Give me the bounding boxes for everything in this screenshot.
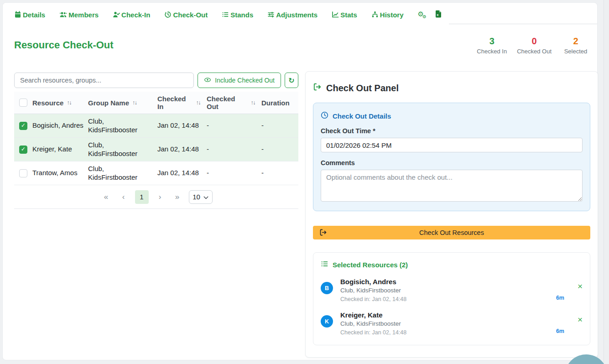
sliders-icon bbox=[267, 11, 275, 18]
gears-icon: ⚙⚙ bbox=[418, 10, 428, 17]
cell-checked-in: Jan 02, 14:48 bbox=[157, 121, 207, 130]
row-checkbox[interactable] bbox=[19, 169, 27, 177]
sort-icon[interactable]: ↑↓ bbox=[196, 99, 201, 106]
tab-history[interactable]: History bbox=[371, 11, 404, 19]
table-row[interactable]: ✓ Kreiger, Kate Club, KidsFirstbooster J… bbox=[14, 138, 298, 161]
check-out-resources-button[interactable]: Check Out Resources bbox=[313, 226, 590, 239]
include-checked-out-button[interactable]: Include Checked Out bbox=[198, 73, 281, 88]
stat-selected: 2 Selected bbox=[562, 36, 590, 55]
table-row[interactable]: Trantow, Amos Club, KidsFirstbooster Jan… bbox=[14, 161, 298, 185]
cell-checked-in: Jan 02, 14:48 bbox=[157, 145, 207, 154]
list-icon bbox=[321, 260, 328, 269]
tab-details[interactable]: Details bbox=[14, 11, 45, 19]
chevron-down-icon bbox=[203, 193, 208, 201]
stat-selected-value: 2 bbox=[562, 36, 590, 47]
eye-icon bbox=[204, 76, 211, 85]
resource-duration-badge: 6m bbox=[556, 328, 564, 334]
sign-out-icon bbox=[313, 83, 322, 94]
page-title: Resource Check-Out bbox=[14, 39, 114, 51]
tab-label: Stats bbox=[340, 11, 357, 19]
stat-checked-in: 3 Checked In bbox=[477, 36, 507, 55]
tab-check-out[interactable]: Check-Out bbox=[164, 11, 208, 19]
avatar: B bbox=[321, 282, 333, 294]
column-header-group-name: Group Name bbox=[88, 99, 129, 107]
stat-checked-in-label: Checked In bbox=[477, 48, 507, 55]
pagination: « ‹ 1 › » 10 bbox=[14, 185, 298, 209]
page-size-select[interactable]: 10 bbox=[189, 190, 213, 204]
cell-duration: - bbox=[261, 169, 298, 177]
row-checkbox[interactable]: ✓ bbox=[19, 122, 27, 130]
avatar: K bbox=[321, 315, 333, 328]
cell-checked-out: - bbox=[207, 169, 261, 177]
cell-duration: - bbox=[261, 145, 298, 154]
cell-group: Club, KidsFirstbooster bbox=[88, 117, 157, 135]
check-out-time-label: Check Out Time * bbox=[321, 127, 583, 135]
resource-checked-in: Checked in: Jan 02, 14:48 bbox=[340, 329, 553, 336]
tab-members[interactable]: Members bbox=[59, 11, 99, 19]
pagination-first-button[interactable]: « bbox=[100, 192, 112, 202]
tab-stands[interactable]: Stands bbox=[222, 11, 253, 19]
page-header: Resource Check-Out 3 Checked In 0 Checke… bbox=[14, 28, 590, 62]
export-excel-button[interactable]: x bbox=[435, 10, 442, 20]
tab-bar: Details Members Check-In Check-Out Stand… bbox=[3, 5, 597, 24]
stats-summary: 3 Checked In 0 Checked Out 2 Selected bbox=[477, 36, 590, 55]
scrollbar[interactable] bbox=[604, 0, 609, 364]
resource-name: Kreiger, Kate bbox=[340, 311, 553, 319]
refresh-icon: ↻ bbox=[288, 76, 294, 85]
resource-group: Club, KidsFirstbooster bbox=[340, 287, 553, 294]
chart-icon bbox=[332, 11, 339, 18]
tab-label: Members bbox=[68, 11, 99, 19]
clock-icon bbox=[321, 111, 328, 120]
person-check-icon bbox=[113, 11, 120, 18]
pagination-current-page[interactable]: 1 bbox=[135, 190, 149, 204]
sort-icon[interactable]: ↑↓ bbox=[67, 99, 71, 106]
column-header-checked-out: Checked Out bbox=[207, 95, 235, 110]
search-input[interactable] bbox=[14, 73, 194, 88]
cell-resource: Kreiger, Kate bbox=[32, 145, 88, 154]
comments-textarea[interactable] bbox=[321, 170, 583, 202]
tab-check-in[interactable]: Check-In bbox=[113, 11, 150, 19]
pagination-prev-button[interactable]: ‹ bbox=[118, 192, 130, 202]
tab-label: History bbox=[380, 11, 404, 19]
resource-list-section: Include Checked Out ↻ Resource↑↓ Group N… bbox=[14, 73, 298, 209]
cell-checked-in: Jan 02, 14:48 bbox=[157, 169, 207, 177]
table-header-row: Resource↑↓ Group Name↑↓ Checked In↑↓ Che… bbox=[14, 92, 298, 114]
list-controls: Include Checked Out ↻ bbox=[14, 73, 298, 88]
check-out-panel-section: Check Out Panel Check Out Details Check … bbox=[305, 71, 598, 358]
sort-icon[interactable]: ↑↓ bbox=[132, 99, 137, 106]
column-header-duration: Duration bbox=[261, 99, 298, 107]
stat-checked-in-value: 3 bbox=[477, 36, 507, 47]
pagination-last-button[interactable]: » bbox=[172, 192, 183, 202]
selected-resources-card: Selected Resources (2) B Bogisich, Andre… bbox=[313, 252, 590, 345]
check-out-time-input[interactable] bbox=[321, 138, 583, 152]
excel-file-icon: x bbox=[435, 10, 442, 20]
tab-label: Adjustments bbox=[276, 11, 318, 19]
tab-bar-underline bbox=[449, 5, 597, 24]
remove-resource-button[interactable]: × bbox=[578, 315, 583, 324]
sort-icon[interactable]: ↑↓ bbox=[251, 99, 255, 106]
cell-group: Club, KidsFirstbooster bbox=[88, 141, 157, 158]
automation-settings-button[interactable]: ⚙⚙ bbox=[418, 10, 428, 17]
cell-duration: - bbox=[261, 121, 298, 130]
tab-adjustments[interactable]: Adjustments bbox=[267, 11, 318, 19]
selected-resource-item: B Bogisich, Andres Club, KidsFirstbooste… bbox=[321, 278, 583, 302]
refresh-button[interactable]: ↻ bbox=[285, 73, 298, 88]
tab-stats[interactable]: Stats bbox=[332, 11, 357, 19]
check-icon: ✓ bbox=[21, 122, 26, 130]
remove-resource-button[interactable]: × bbox=[578, 282, 583, 291]
main-card: Details Members Check-In Check-Out Stand… bbox=[2, 2, 598, 360]
check-out-details-title: Check Out Details bbox=[321, 111, 583, 120]
row-checkbox[interactable]: ✓ bbox=[19, 146, 27, 154]
members-icon bbox=[59, 11, 67, 18]
stat-selected-label: Selected bbox=[562, 48, 590, 55]
stat-checked-out: 0 Checked Out bbox=[517, 36, 552, 55]
tab-label: Stands bbox=[230, 11, 253, 19]
check-icon: ✓ bbox=[21, 146, 26, 153]
list-icon bbox=[222, 11, 229, 18]
calendar-icon bbox=[14, 11, 21, 18]
select-all-checkbox[interactable] bbox=[19, 99, 27, 107]
resource-group: Club, KidsFirstbooster bbox=[340, 320, 553, 327]
table-row[interactable]: ✓ Bogisich, Andres Club, KidsFirstbooste… bbox=[14, 114, 298, 138]
pagination-next-button[interactable]: › bbox=[154, 192, 166, 202]
sitemap-icon bbox=[371, 11, 379, 18]
